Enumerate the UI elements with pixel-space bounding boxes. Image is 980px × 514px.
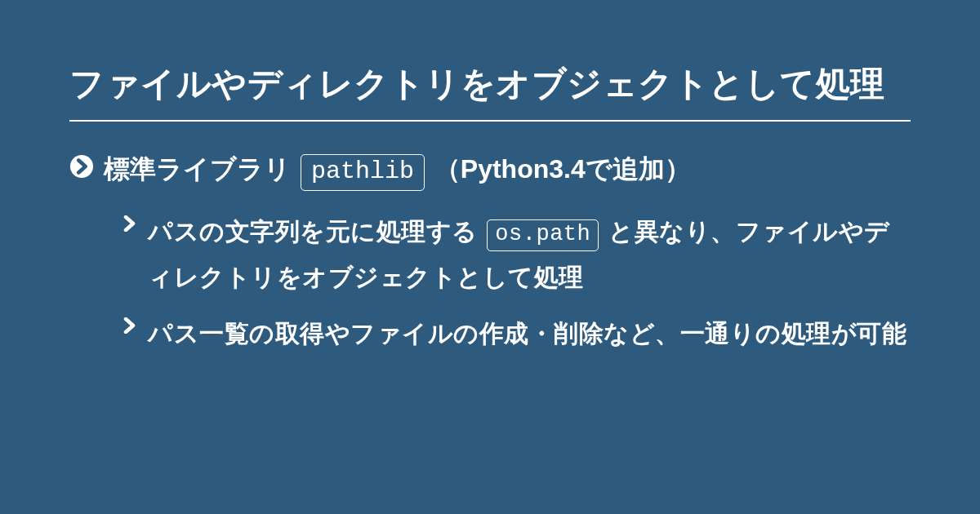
chevron-circle-right-icon	[69, 154, 94, 179]
chevron-right-icon	[122, 215, 138, 232]
chevron-right-icon	[122, 317, 138, 334]
bullet-sub-1: パスの文字列を元に処理する os.path と異なり、ファイルやディレクトリをオ…	[122, 209, 911, 299]
bullet-sub-2-text: パス一覧の取得やファイルの作成・削除など、一通りの処理が可能	[148, 311, 906, 357]
bullet-main: 標準ライブラリ pathlib （Python3.4で追加）	[69, 151, 911, 191]
code-ospath: os.path	[487, 219, 599, 251]
bullet-main-text: 標準ライブラリ pathlib （Python3.4で追加）	[104, 151, 691, 191]
bullet-sub-2: パス一覧の取得やファイルの作成・削除など、一通りの処理が可能	[122, 311, 911, 357]
slide-title: ファイルやディレクトリをオブジェクトとして処理	[69, 61, 911, 122]
bullet-sub-1-text: パスの文字列を元に処理する os.path と異なり、ファイルやディレクトリをオ…	[148, 209, 911, 299]
svg-point-0	[70, 155, 93, 178]
bullet-main-suffix: （Python3.4で追加）	[427, 154, 691, 184]
code-pathlib: pathlib	[301, 154, 425, 191]
bullet-main-prefix: 標準ライブラリ	[104, 154, 298, 184]
bullet-sub-1-prefix: パスの文字列を元に処理する	[148, 218, 484, 245]
